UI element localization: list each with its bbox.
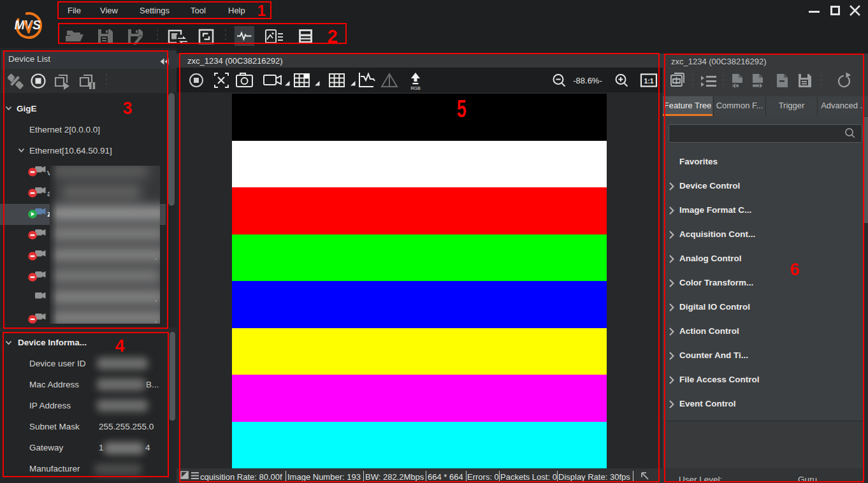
svg-text:S: S <box>33 18 41 32</box>
svg-text:-88.6%-: -88.6%- <box>573 76 602 85</box>
svg-text:1:1: 1:1 <box>644 77 653 85</box>
svg-text:RGB: RGB <box>410 86 421 90</box>
